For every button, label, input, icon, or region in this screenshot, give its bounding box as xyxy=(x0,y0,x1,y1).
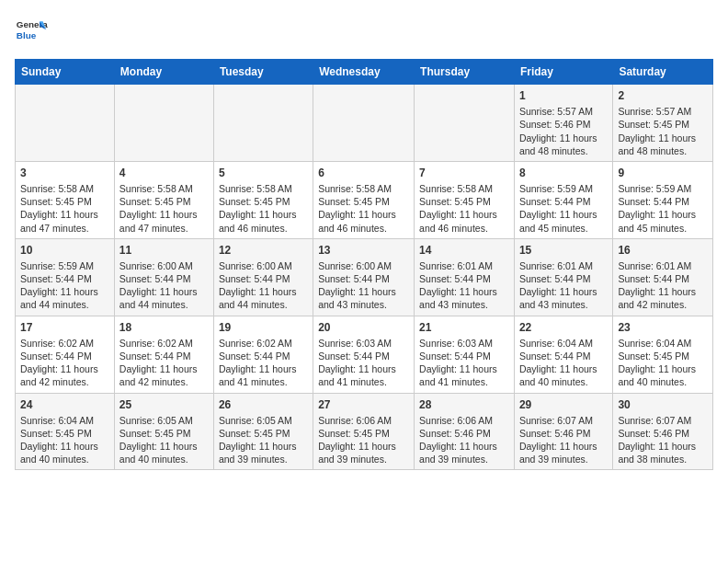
cell-text: Sunrise: 6:03 AM xyxy=(419,337,509,350)
cell-text: Sunset: 5:44 PM xyxy=(20,350,109,362)
cell-text: Sunset: 5:45 PM xyxy=(219,427,308,440)
cell-text: Sunset: 5:45 PM xyxy=(419,195,509,208)
header-day: Friday xyxy=(514,60,612,85)
day-number: 7 xyxy=(419,166,509,180)
cell-text: Daylight: 11 hours and 48 minutes. xyxy=(618,132,708,157)
cell-text: Daylight: 11 hours and 38 minutes. xyxy=(618,440,708,465)
cell-text: Sunset: 5:46 PM xyxy=(419,427,509,440)
cell-text: Sunrise: 6:06 AM xyxy=(318,414,409,427)
cell-text: Sunset: 5:45 PM xyxy=(119,427,209,440)
calendar-cell: 30Sunrise: 6:07 AMSunset: 5:46 PMDayligh… xyxy=(613,393,713,470)
header-day: Tuesday xyxy=(213,60,313,85)
day-number: 3 xyxy=(20,166,109,180)
day-number: 25 xyxy=(119,397,209,412)
calendar-cell: 20Sunrise: 6:03 AMSunset: 5:44 PMDayligh… xyxy=(313,316,415,393)
cell-text: Daylight: 11 hours and 46 minutes. xyxy=(419,208,509,234)
cell-text: Sunset: 5:44 PM xyxy=(618,272,708,285)
cell-text: Daylight: 11 hours and 39 minutes. xyxy=(318,440,409,465)
header-day: Sunday xyxy=(16,60,115,85)
cell-text: Daylight: 11 hours and 43 minutes. xyxy=(419,285,509,311)
cell-text: Sunset: 5:44 PM xyxy=(20,272,109,285)
day-number: 21 xyxy=(419,320,509,335)
cell-text: Sunset: 5:44 PM xyxy=(219,272,308,285)
cell-text: Sunset: 5:44 PM xyxy=(318,350,409,362)
day-number: 22 xyxy=(519,320,608,335)
calendar-cell: 15Sunrise: 6:01 AMSunset: 5:44 PMDayligh… xyxy=(514,238,612,316)
cell-text: Sunset: 5:44 PM xyxy=(318,272,409,285)
calendar-cell: 6Sunrise: 5:58 AMSunset: 5:45 PMDaylight… xyxy=(313,161,415,238)
day-number: 12 xyxy=(219,243,308,258)
cell-text: Sunrise: 6:03 AM xyxy=(318,337,409,350)
calendar-cell: 11Sunrise: 6:00 AMSunset: 5:44 PMDayligh… xyxy=(114,238,213,316)
calendar-cell: 29Sunrise: 6:07 AMSunset: 5:46 PMDayligh… xyxy=(514,393,612,470)
calendar-table: SundayMondayTuesdayWednesdayThursdayFrid… xyxy=(15,59,713,470)
header: General Blue xyxy=(15,15,713,48)
header-row: SundayMondayTuesdayWednesdayThursdayFrid… xyxy=(16,60,713,85)
day-number: 9 xyxy=(618,166,708,180)
calendar-cell: 3Sunrise: 5:58 AMSunset: 5:45 PMDaylight… xyxy=(16,161,115,238)
day-number: 28 xyxy=(419,397,509,412)
svg-text:Blue: Blue xyxy=(17,30,37,40)
cell-text: Sunset: 5:46 PM xyxy=(519,427,608,440)
cell-text: Sunrise: 6:01 AM xyxy=(519,259,608,272)
day-number: 13 xyxy=(318,243,409,258)
day-number: 20 xyxy=(318,320,409,335)
cell-text: Sunset: 5:44 PM xyxy=(219,350,308,362)
cell-text: Sunrise: 6:07 AM xyxy=(519,414,608,427)
cell-text: Sunrise: 5:58 AM xyxy=(419,182,509,195)
cell-text: Daylight: 11 hours and 47 minutes. xyxy=(20,208,109,234)
day-number: 30 xyxy=(618,397,708,412)
calendar-week: 3Sunrise: 5:58 AMSunset: 5:45 PMDaylight… xyxy=(16,161,713,238)
cell-text: Sunrise: 5:58 AM xyxy=(318,182,409,195)
calendar-cell: 9Sunrise: 5:59 AMSunset: 5:44 PMDaylight… xyxy=(613,161,713,238)
cell-text: Daylight: 11 hours and 43 minutes. xyxy=(519,285,608,311)
cell-text: Sunrise: 6:06 AM xyxy=(419,414,509,427)
day-number: 6 xyxy=(318,166,409,180)
day-number: 26 xyxy=(219,397,308,412)
cell-text: Sunset: 5:45 PM xyxy=(119,195,209,208)
cell-text: Sunset: 5:44 PM xyxy=(119,350,209,362)
day-number: 14 xyxy=(419,243,509,258)
day-number: 4 xyxy=(119,166,209,180)
calendar-cell: 5Sunrise: 5:58 AMSunset: 5:45 PMDaylight… xyxy=(213,161,313,238)
calendar-cell: 8Sunrise: 5:59 AMSunset: 5:44 PMDaylight… xyxy=(514,161,612,238)
cell-text: Sunset: 5:44 PM xyxy=(419,350,509,362)
cell-text: Sunrise: 5:58 AM xyxy=(119,182,209,195)
cell-text: Daylight: 11 hours and 41 minutes. xyxy=(419,362,509,388)
cell-text: Sunset: 5:45 PM xyxy=(20,427,109,440)
day-number: 19 xyxy=(219,320,308,335)
day-number: 18 xyxy=(119,320,209,335)
cell-text: Sunrise: 6:01 AM xyxy=(419,259,509,272)
cell-text: Sunrise: 6:02 AM xyxy=(20,337,109,350)
header-day: Thursday xyxy=(415,60,515,85)
cell-text: Daylight: 11 hours and 48 minutes. xyxy=(519,132,608,157)
cell-text: Daylight: 11 hours and 40 minutes. xyxy=(519,362,608,388)
day-number: 23 xyxy=(618,320,708,335)
calendar-cell: 28Sunrise: 6:06 AMSunset: 5:46 PMDayligh… xyxy=(415,393,515,470)
cell-text: Sunrise: 6:07 AM xyxy=(618,414,708,427)
cell-text: Sunset: 5:44 PM xyxy=(119,272,209,285)
calendar-cell: 23Sunrise: 6:04 AMSunset: 5:45 PMDayligh… xyxy=(613,316,713,393)
calendar-cell xyxy=(313,85,415,162)
cell-text: Daylight: 11 hours and 46 minutes. xyxy=(318,208,409,234)
cell-text: Daylight: 11 hours and 41 minutes. xyxy=(318,362,409,388)
cell-text: Daylight: 11 hours and 40 minutes. xyxy=(20,440,109,465)
cell-text: Sunset: 5:44 PM xyxy=(419,272,509,285)
cell-text: Daylight: 11 hours and 47 minutes. xyxy=(119,208,209,234)
cell-text: Daylight: 11 hours and 40 minutes. xyxy=(618,362,708,388)
logo: General Blue xyxy=(15,15,48,48)
calendar-header: SundayMondayTuesdayWednesdayThursdayFrid… xyxy=(16,60,713,85)
day-number: 1 xyxy=(519,88,608,103)
cell-text: Daylight: 11 hours and 42 minutes. xyxy=(119,362,209,388)
cell-text: Daylight: 11 hours and 45 minutes. xyxy=(519,208,608,234)
day-number: 5 xyxy=(219,166,308,180)
calendar-cell: 26Sunrise: 6:05 AMSunset: 5:45 PMDayligh… xyxy=(213,393,313,470)
calendar-cell: 14Sunrise: 6:01 AMSunset: 5:44 PMDayligh… xyxy=(415,238,515,316)
cell-text: Sunset: 5:44 PM xyxy=(519,272,608,285)
calendar-cell xyxy=(415,85,515,162)
cell-text: Sunrise: 6:00 AM xyxy=(119,259,209,272)
day-number: 24 xyxy=(20,397,109,412)
day-number: 8 xyxy=(519,166,608,180)
cell-text: Sunrise: 6:05 AM xyxy=(119,414,209,427)
calendar-cell xyxy=(213,85,313,162)
